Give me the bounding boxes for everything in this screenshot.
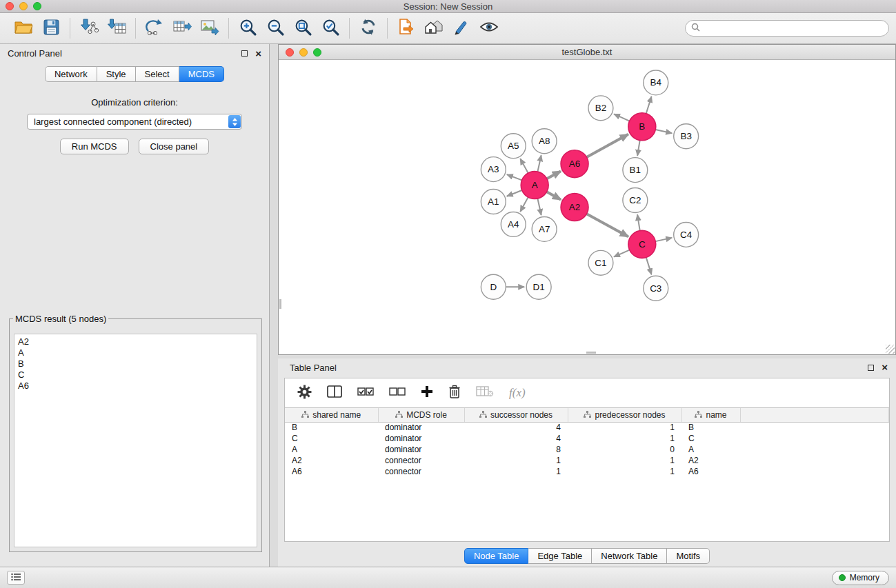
resize-grip[interactable] <box>886 345 895 354</box>
edge-A-A7[interactable] <box>537 199 541 215</box>
cell-shared-name: A <box>285 444 378 455</box>
tab-mcds[interactable]: MCDS <box>179 66 224 82</box>
tab-edge-table[interactable]: Edge Table <box>528 548 592 564</box>
export-image-icon <box>201 19 219 38</box>
open-session-file-button[interactable] <box>392 15 420 41</box>
zoom-in-icon <box>239 18 257 39</box>
close-table-panel-icon[interactable]: × <box>882 364 888 371</box>
result-item-a6[interactable]: A6 <box>18 381 253 392</box>
edge-B-B1[interactable] <box>637 140 640 155</box>
table-panel-title: Table Panel <box>290 363 337 373</box>
table-row[interactable]: Cdominator41C <box>285 433 889 444</box>
network-window-titlebar: testGlobe.txt <box>279 45 895 60</box>
tab-node-table[interactable]: Node Table <box>464 548 529 564</box>
save-session-button[interactable] <box>37 15 65 41</box>
apply-style-button[interactable] <box>448 15 475 41</box>
tab-select[interactable]: Select <box>136 66 179 82</box>
control-panel: Control Panel × NetworkStyleSelectMCDS O… <box>0 44 270 567</box>
import-network-file-button[interactable] <box>75 15 103 41</box>
delete-table-button[interactable] <box>476 385 494 401</box>
table-settings-button[interactable] <box>297 385 312 402</box>
edge-A6-B[interactable] <box>587 134 628 157</box>
network-canvas[interactable]: B4B2BB3A5A8A6B1A3AC2A1A2A4A7C4CC1C3DD1 <box>279 60 895 354</box>
column-header-predecessor-nodes[interactable]: predecessor nodes <box>568 408 681 422</box>
table-row[interactable]: A2connector11A2 <box>285 455 889 466</box>
mcds-result-group: MCDS result (5 nodes) A2ABCA6 <box>9 314 262 552</box>
select-all-columns-button[interactable] <box>357 386 374 400</box>
edge-A-A4[interactable] <box>520 197 528 212</box>
show-columns-button[interactable] <box>327 385 342 401</box>
export-image-button[interactable] <box>196 15 223 41</box>
edge-A-A1[interactable] <box>507 190 522 196</box>
task-history-button[interactable] <box>7 571 25 585</box>
deselect-all-columns-button[interactable] <box>389 386 406 400</box>
clone-network-button[interactable] <box>141 15 168 41</box>
zoom-out-button[interactable] <box>261 15 289 41</box>
node-label-A2: A2 <box>569 202 580 212</box>
vertical-scroll-thumb[interactable] <box>279 299 281 309</box>
edge-A2-C[interactable] <box>587 214 628 236</box>
edge-C-C1[interactable] <box>614 250 630 257</box>
mcds-result-title: MCDS result (5 nodes) <box>13 314 108 324</box>
tab-motifs[interactable]: Motifs <box>667 548 710 564</box>
edge-A-A8[interactable] <box>537 155 541 172</box>
edge-A-A3[interactable] <box>507 174 522 180</box>
table-row[interactable]: A6connector11A6 <box>285 466 889 477</box>
zoom-selected-button[interactable] <box>317 15 344 41</box>
edge-A-A2[interactable] <box>547 192 561 199</box>
edge-B-B2[interactable] <box>614 114 630 121</box>
refresh-button[interactable] <box>355 15 382 41</box>
result-item-b[interactable]: B <box>18 358 253 369</box>
table-row[interactable]: Adominator80A <box>285 444 889 455</box>
zoom-fit-button[interactable] <box>289 15 317 41</box>
float-panel-icon[interactable] <box>241 50 248 57</box>
tab-network[interactable]: Network <box>45 66 97 82</box>
session-document-icon <box>397 19 416 39</box>
close-panel-icon[interactable]: × <box>255 50 261 57</box>
cell-filler <box>740 433 889 444</box>
float-table-panel-icon[interactable] <box>868 365 874 371</box>
column-header-name[interactable]: name <box>681 408 740 422</box>
run-mcds-button[interactable]: Run MCDS <box>60 139 129 154</box>
close-panel-button[interactable]: Close panel <box>139 139 210 154</box>
open-session-button[interactable] <box>10 15 37 41</box>
network-from-table-button[interactable] <box>168 15 196 41</box>
result-item-a2[interactable]: A2 <box>18 336 253 347</box>
cell-filler <box>740 422 889 433</box>
toolbar-separator <box>349 18 350 39</box>
function-builder-button[interactable]: f(x) <box>509 386 526 400</box>
criterion-dropdown[interactable]: largest connected component (directed) <box>27 114 242 130</box>
result-item-c[interactable]: C <box>18 369 253 381</box>
edge-C-C2[interactable] <box>637 214 640 230</box>
column-header-successor-nodes[interactable]: successor nodes <box>464 408 568 422</box>
tab-network-table[interactable]: Network Table <box>592 548 667 564</box>
column-header-mcds-role[interactable]: MCDS role <box>378 408 464 422</box>
edge-A-A6[interactable] <box>547 171 561 179</box>
result-item-a[interactable]: A <box>18 347 253 358</box>
edge-C-C3[interactable] <box>646 257 652 274</box>
network-graph[interactable]: B4B2BB3A5A8A6B1A3AC2A1A2A4A7C4CC1C3DD1 <box>279 60 895 354</box>
network-home-button[interactable] <box>420 15 448 41</box>
add-column-button[interactable] <box>421 385 433 401</box>
search-input[interactable] <box>704 23 883 34</box>
column-header-shared-name[interactable]: shared name <box>285 408 378 422</box>
edge-B-B4[interactable] <box>646 97 652 114</box>
search-box[interactable] <box>685 20 889 37</box>
node-label-D1: D1 <box>533 282 545 292</box>
control-panel-title: Control Panel <box>8 48 62 59</box>
delete-column-button[interactable] <box>448 385 461 401</box>
mcds-result-list[interactable]: A2ABCA6 <box>14 334 257 547</box>
table-row[interactable]: Bdominator41B <box>285 422 889 433</box>
table-panel-header: Table Panel × <box>278 358 896 376</box>
birds-eye-view-button[interactable] <box>475 15 503 41</box>
import-table-file-button[interactable] <box>103 15 130 41</box>
edge-A-A5[interactable] <box>520 159 528 173</box>
memory-button[interactable]: Memory <box>832 571 889 585</box>
tab-style[interactable]: Style <box>97 66 136 82</box>
edge-C-C4[interactable] <box>655 238 672 241</box>
horizontal-scroll-thumb[interactable] <box>586 352 596 354</box>
dropdown-stepper-icon[interactable] <box>228 115 241 128</box>
memory-label: Memory <box>850 573 879 582</box>
zoom-in-button[interactable] <box>234 15 261 41</box>
edge-B-B3[interactable] <box>655 130 672 133</box>
